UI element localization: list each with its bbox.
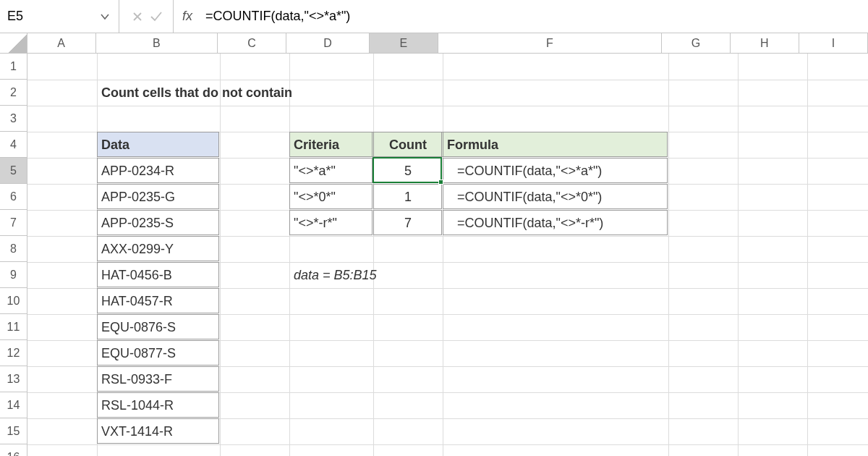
formula-header[interactable]: Formula	[443, 132, 668, 158]
select-all-corner[interactable]	[0, 33, 27, 53]
column-header-D[interactable]: D	[286, 33, 370, 53]
enter-formula-button[interactable]	[150, 10, 163, 23]
formula-value[interactable]: =COUNTIF(data,"<>*0*")	[443, 184, 668, 210]
criteria-value[interactable]: "<>*0*"	[289, 184, 373, 210]
row-header-4[interactable]: 4	[0, 132, 27, 158]
column-header-A[interactable]: A	[27, 33, 96, 53]
page-title[interactable]: Count cells that do not contain	[97, 80, 373, 106]
formula-bar-buttons	[119, 0, 174, 33]
row-header-16[interactable]: 16	[0, 444, 27, 456]
data-value[interactable]: VXT-1414-R	[97, 418, 220, 444]
data-value[interactable]: RSL-0933-F	[97, 366, 220, 392]
criteria-header[interactable]: Criteria	[289, 132, 373, 158]
data-value[interactable]: HAT-0457-R	[97, 288, 220, 314]
data-header[interactable]: Data	[97, 132, 220, 158]
row-header-1[interactable]: 1	[0, 54, 27, 80]
data-value[interactable]: APP-0235-S	[97, 210, 220, 236]
formula-bar: fx	[0, 0, 868, 33]
row-header-9[interactable]: 9	[0, 262, 27, 288]
data-value[interactable]: EQU-0877-S	[97, 340, 220, 366]
column-header-row: ABCDEFGHI	[0, 33, 868, 54]
name-box-dropdown[interactable]	[94, 0, 116, 33]
worksheet[interactable]: ABCDEFGHI 12345678910111213141516 Count …	[0, 33, 868, 456]
row-header-7[interactable]: 7	[0, 210, 27, 236]
formula-input[interactable]	[201, 0, 868, 33]
data-value[interactable]: APP-0234-R	[97, 158, 220, 184]
column-header-E[interactable]: E	[370, 33, 438, 53]
data-value[interactable]: APP-0235-G	[97, 184, 220, 210]
formula-value[interactable]: =COUNTIF(data,"<>*a*")	[443, 158, 668, 184]
criteria-value[interactable]: "<>*-r*"	[289, 210, 373, 236]
row-header-13[interactable]: 13	[0, 366, 27, 392]
count-header[interactable]: Count	[373, 132, 443, 158]
x-icon	[132, 12, 142, 22]
row-header-3[interactable]: 3	[0, 106, 27, 132]
data-value[interactable]: EQU-0876-S	[97, 314, 220, 340]
column-header-G[interactable]: G	[662, 33, 731, 53]
named-range-note[interactable]: data = B5:B15	[289, 262, 668, 288]
check-icon	[150, 10, 163, 23]
count-value[interactable]: 5	[373, 158, 443, 184]
row-header-15[interactable]: 15	[0, 418, 27, 444]
cancel-formula-button[interactable]	[132, 12, 142, 22]
formula-value[interactable]: =COUNTIF(data,"<>*-r*")	[443, 210, 668, 236]
column-header-C[interactable]: C	[218, 33, 286, 53]
column-header-I[interactable]: I	[799, 33, 868, 53]
row-header-2[interactable]: 2	[0, 80, 27, 106]
column-header-H[interactable]: H	[731, 33, 799, 53]
count-value[interactable]: 7	[373, 210, 443, 236]
row-header-column: 12345678910111213141516	[0, 54, 27, 456]
data-value[interactable]: HAT-0456-B	[97, 262, 220, 288]
row-header-14[interactable]: 14	[0, 392, 27, 418]
count-value[interactable]: 1	[373, 184, 443, 210]
data-value[interactable]: AXX-0299-Y	[97, 236, 220, 262]
row-header-10[interactable]: 10	[0, 288, 27, 314]
row-header-11[interactable]: 11	[0, 314, 27, 340]
row-header-12[interactable]: 12	[0, 340, 27, 366]
column-header-F[interactable]: F	[438, 33, 662, 53]
name-box-input[interactable]	[0, 9, 94, 24]
data-value[interactable]: RSL-1044-R	[97, 392, 220, 418]
cell-grid[interactable]: Count cells that do not containDataAPP-0…	[27, 54, 868, 456]
chevron-down-icon	[101, 12, 109, 21]
row-header-6[interactable]: 6	[0, 184, 27, 210]
criteria-value[interactable]: "<>*a*"	[289, 158, 373, 184]
insert-function-button[interactable]: fx	[174, 0, 201, 33]
name-box	[0, 0, 119, 33]
row-header-8[interactable]: 8	[0, 236, 27, 262]
row-header-5[interactable]: 5	[0, 158, 27, 184]
column-header-B[interactable]: B	[96, 33, 218, 53]
